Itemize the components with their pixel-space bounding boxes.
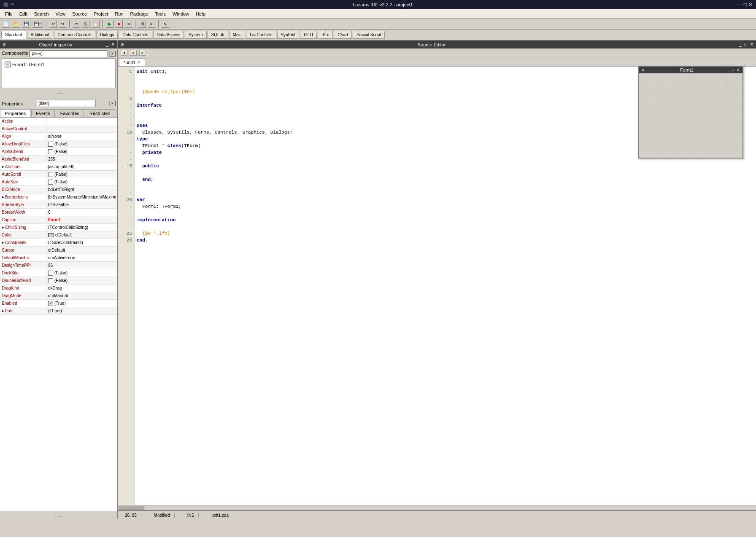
tb-step[interactable]: ⇥ xyxy=(124,20,132,28)
prop-value-alphablend[interactable]: (False) xyxy=(46,149,117,155)
tb-save[interactable]: 💾 xyxy=(22,20,30,28)
editor-tab-unit1[interactable]: *unit1 ✕ xyxy=(119,58,145,66)
prop-value-caption[interactable]: Form1 xyxy=(46,217,117,223)
prop-value-childsizing[interactable]: (TControlChildSizing) xyxy=(46,225,117,230)
tb-toggle-unit[interactable]: ≡ xyxy=(148,20,155,28)
oi-close[interactable]: ✕ xyxy=(111,42,115,47)
tab-close-button[interactable]: ✕ xyxy=(137,60,140,64)
tb-run[interactable]: ▶ xyxy=(106,20,113,28)
comp-tab-sqldb[interactable]: SQLdb xyxy=(208,31,228,39)
tb-stop[interactable]: ■ xyxy=(115,20,123,28)
tb-open[interactable]: 📂 xyxy=(12,20,20,28)
menu-view[interactable]: View xyxy=(52,11,69,17)
checkbox-allowdropfiles[interactable] xyxy=(48,142,53,147)
tb-redo[interactable]: ↪ xyxy=(59,20,66,28)
prop-value-bidimode[interactable]: bdLeftToRight xyxy=(46,187,117,192)
menu-tools[interactable]: Tools xyxy=(151,11,169,17)
form-minimize[interactable]: _ xyxy=(729,68,731,72)
expand-font[interactable]: ▶ xyxy=(2,309,4,313)
toolbar-bookmark[interactable]: ● xyxy=(130,50,137,56)
comp-tab-common-controls[interactable]: Common Controls xyxy=(54,31,96,39)
prop-value-designtimeppi[interactable]: 96 xyxy=(46,263,117,268)
components-filter-input[interactable] xyxy=(30,50,108,57)
props-filter-input[interactable] xyxy=(37,100,96,107)
menu-edit[interactable]: Edit xyxy=(16,11,31,17)
tb-paste[interactable]: 📋 xyxy=(91,20,100,28)
comp-tab-dialogs[interactable]: Dialogs xyxy=(96,31,118,39)
prop-value-constraints[interactable]: (TSizeConstraints) xyxy=(46,240,117,245)
checkbox-docksite[interactable] xyxy=(48,271,53,276)
comp-tab-data-access[interactable]: Data Access xyxy=(153,31,184,39)
checkbox-alphablend[interactable] xyxy=(48,149,53,154)
menu-project[interactable]: Project xyxy=(90,11,111,17)
props-filter-clear[interactable]: ✕ xyxy=(109,101,116,106)
toolbar-back[interactable]: ◄ xyxy=(121,50,127,56)
oi-minimize[interactable]: _ xyxy=(106,42,108,47)
components-filter-clear[interactable]: ✕ xyxy=(109,51,116,56)
menu-package[interactable]: Package xyxy=(127,11,152,17)
checkbox-autosize[interactable] xyxy=(48,180,53,185)
prop-value-autoscroll[interactable]: (False) xyxy=(46,172,117,177)
comp-tab-data-controls[interactable]: Data Controls xyxy=(119,31,152,39)
prop-value-autosize[interactable]: (False) xyxy=(46,179,117,185)
tree-item-form1[interactable]: F Form1: TForm1 xyxy=(4,61,113,68)
tb-copy[interactable]: ⎘ xyxy=(82,20,89,28)
comp-tab-standard[interactable]: Standard xyxy=(1,31,26,39)
tab-properties[interactable]: Properties xyxy=(0,109,30,117)
checkbox-doublebuffered[interactable] xyxy=(48,278,53,283)
comp-tab-ipro[interactable]: IPro xyxy=(318,31,333,39)
prop-value-anchors[interactable]: [akTop,akLeft] xyxy=(46,164,117,169)
minimize-button[interactable]: — xyxy=(737,2,742,8)
prop-value-borderwidth[interactable]: 0 xyxy=(46,209,117,215)
prop-value-cursor[interactable]: crDefault xyxy=(46,247,117,253)
expand-childsizing[interactable]: ▶ xyxy=(2,226,4,229)
checkbox-enabled[interactable]: ✓ xyxy=(48,301,53,306)
comp-tab-synedit[interactable]: SynEdit xyxy=(277,31,299,39)
menu-run[interactable]: Run xyxy=(111,11,127,17)
form-close[interactable]: ✕ xyxy=(737,68,740,72)
comp-tab-lazcontrols[interactable]: LazControls xyxy=(246,31,276,39)
se-maximize[interactable]: □ xyxy=(744,42,747,47)
prop-value-activecontrol[interactable] xyxy=(46,129,117,129)
menu-file[interactable]: File xyxy=(2,11,16,17)
prop-value-dragmode[interactable]: dmManual xyxy=(46,293,117,298)
tab-favorites[interactable]: Favorites xyxy=(56,109,84,117)
tb-arrow[interactable]: ↖ xyxy=(162,20,169,28)
comp-tab-rtti[interactable]: RTTI xyxy=(300,31,317,39)
prop-value-action[interactable] xyxy=(46,121,117,122)
prop-value-align[interactable]: alNone xyxy=(46,134,117,139)
prop-value-defaultmonitor[interactable]: dmActiveForm xyxy=(46,255,117,260)
tb-new[interactable]: 📄 xyxy=(2,20,10,28)
comp-tab-pascal-script[interactable]: Pascal Script xyxy=(353,31,385,39)
prop-value-dragkind[interactable]: dkDrag xyxy=(46,285,117,291)
comp-tab-additional[interactable]: Additional xyxy=(27,31,53,39)
prop-value-font[interactable]: (TFont) xyxy=(46,308,117,314)
tb-undo[interactable]: ↩ xyxy=(49,20,57,28)
tab-restricted[interactable]: Restricted xyxy=(85,109,115,117)
horizontal-scrollbar[interactable] xyxy=(118,505,756,510)
tab-events[interactable]: Events xyxy=(31,109,55,117)
close-button[interactable]: ✕ xyxy=(748,2,753,8)
comp-tab-misc[interactable]: Misc xyxy=(229,31,246,39)
expand-constraints[interactable]: ▶ xyxy=(2,241,4,244)
prop-value-doublebuffered[interactable]: (False) xyxy=(46,278,117,284)
se-close[interactable]: ✕ xyxy=(750,42,753,47)
menu-window[interactable]: Window xyxy=(169,11,192,17)
form-preview-body[interactable] xyxy=(639,73,742,155)
prop-value-borderstyle[interactable]: bsSizeable xyxy=(46,202,117,207)
se-minimize[interactable]: _ xyxy=(739,42,742,47)
toolbar-forward[interactable]: ► xyxy=(139,50,146,56)
tb-save-all[interactable]: 💾+ xyxy=(32,20,43,28)
prop-value-alphablendval[interactable]: 255 xyxy=(46,156,117,162)
prop-value-color[interactable]: clDefault xyxy=(46,232,117,238)
menu-search[interactable]: Search xyxy=(31,11,52,17)
prop-value-allowdropfiles[interactable]: (False) xyxy=(46,141,117,147)
prop-value-docksite[interactable]: (False) xyxy=(46,270,117,276)
prop-value-bordericons[interactable]: [biSystemMenu,biMinimize,biMaximi xyxy=(46,194,117,200)
menu-source[interactable]: Source xyxy=(69,11,90,17)
comp-tab-system[interactable]: System xyxy=(185,31,206,39)
prop-value-enabled[interactable]: ✓ (True) xyxy=(46,301,117,306)
expand-bordericons[interactable]: ▶ xyxy=(2,195,4,199)
tb-toggle-form[interactable]: ⊞ xyxy=(138,20,146,28)
comp-tab-chart[interactable]: Chart xyxy=(334,31,351,39)
